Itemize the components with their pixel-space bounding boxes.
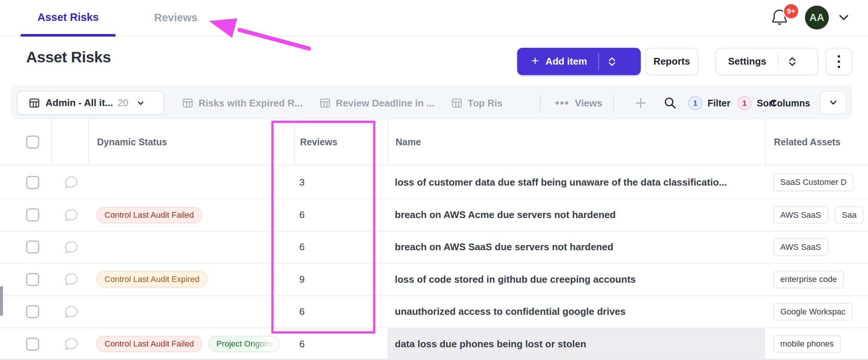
- inactive-views: Risks with Expired R...Review Deadline i…: [182, 86, 540, 120]
- table-view-icon: [182, 98, 193, 108]
- view-tab-label: Review Deadline in ...: [336, 97, 434, 109]
- status-badge: Project Ongoing: [208, 336, 279, 352]
- asset-chip[interactable]: AWS SaaS: [773, 206, 828, 224]
- row-checkbox[interactable]: [26, 305, 39, 318]
- table-row[interactable]: Control Last Audit Failed6breach on AWS …: [0, 198, 868, 230]
- status-badge: Control Last Audit Failed: [96, 207, 202, 223]
- view-tab-3[interactable]: Review Deadline in ...: [320, 97, 434, 109]
- toolbar-expand-button[interactable]: [820, 91, 846, 114]
- view-tab-label: Risks with Expired R...: [199, 97, 303, 109]
- risk-name[interactable]: loss of customer data due staff being un…: [395, 177, 727, 188]
- kebab-icon: [837, 55, 841, 69]
- table-view-icon: [320, 98, 330, 108]
- settings-dropdown-icon[interactable]: [787, 56, 797, 67]
- reviews-count: 6: [299, 306, 305, 317]
- reviews-count: 6: [299, 209, 305, 221]
- settings-label: Settings: [728, 56, 766, 67]
- column-header-reviews[interactable]: Reviews: [300, 137, 337, 148]
- filter-count-badge: 1: [688, 96, 702, 110]
- reviews-count: 6: [299, 338, 305, 350]
- settings-button[interactable]: Settings: [715, 48, 818, 75]
- plus-icon: +: [531, 53, 539, 68]
- chevron-down-icon: [828, 98, 839, 108]
- row-checkbox[interactable]: [26, 273, 39, 286]
- risk-name[interactable]: breach on AWS Acme due servers not harde…: [395, 209, 616, 221]
- reports-label: Reports: [653, 56, 690, 67]
- table-view-icon: [452, 98, 462, 108]
- reports-button[interactable]: Reports: [645, 48, 698, 75]
- table-row[interactable]: 3loss of customer data due staff being u…: [0, 166, 868, 198]
- active-tab-underline: [21, 34, 116, 37]
- asset-chip[interactable]: Google Workspac: [773, 303, 852, 320]
- scrollbar-thumb[interactable]: [0, 286, 3, 316]
- status-badge: Control Last Audit Failed: [96, 336, 202, 352]
- avatar[interactable]: AA: [805, 6, 829, 30]
- asset-chip[interactable]: mobile phones: [773, 335, 841, 353]
- table-row[interactable]: Control Last Audit FailedProject Ongoing…: [0, 328, 868, 360]
- select-all-checkbox[interactable]: [26, 136, 39, 149]
- comment-icon[interactable]: [64, 240, 78, 254]
- active-view-tab[interactable]: Admin - All it... 20: [17, 91, 164, 115]
- account-chevron-down-icon[interactable]: [837, 13, 850, 22]
- view-tab-2[interactable]: Risks with Expired R...: [182, 97, 303, 109]
- views-toolbar: Admin - All it... 20 Risks with Expired …: [11, 86, 852, 119]
- table-row[interactable]: 6breach on AWS SaaS due servers not hard…: [0, 231, 868, 263]
- risk-name[interactable]: breach on AWS SaaS due servers not harde…: [395, 241, 613, 253]
- risk-name[interactable]: loss of code stored in github due creepi…: [395, 274, 636, 285]
- view-tab-4[interactable]: Top Ris: [452, 97, 502, 109]
- tab-asset-risks[interactable]: Asset Risks: [21, 11, 116, 24]
- active-view-count: 20: [118, 97, 128, 109]
- table-body: 3loss of customer data due staff being u…: [0, 166, 868, 360]
- row-checkbox[interactable]: [26, 176, 39, 189]
- reviews-count: 3: [299, 177, 305, 188]
- columns-button[interactable]: Columns: [770, 86, 810, 120]
- ellipsis-icon: •••: [555, 97, 569, 109]
- page-title: Asset Risks: [26, 49, 111, 66]
- asset-chip[interactable]: enterprise code: [773, 271, 844, 288]
- add-item-dropdown-icon[interactable]: [607, 56, 617, 67]
- add-item-button[interactable]: + Add item: [517, 48, 641, 75]
- view-chevron-down-icon[interactable]: [136, 98, 146, 108]
- column-header-name[interactable]: Name: [396, 137, 421, 148]
- top-tab-bar: Asset Risks Reviews 9+ AA: [0, 0, 868, 37]
- button-divider: [598, 53, 599, 70]
- button-divider: [778, 53, 778, 70]
- comment-icon[interactable]: [64, 208, 78, 222]
- table-row[interactable]: 6unauthorized access to confidential goo…: [0, 295, 868, 328]
- sort-count-badge: 1: [737, 96, 752, 110]
- sort-button[interactable]: 1 Sort: [737, 86, 775, 120]
- column-header-dynamic-status[interactable]: Dynamic Status: [97, 137, 167, 148]
- add-view-icon[interactable]: [632, 94, 649, 112]
- views-menu-label: Views: [575, 97, 602, 109]
- toolbar-divider: [540, 94, 541, 112]
- more-options-button[interactable]: [825, 48, 852, 75]
- toolbar-divider: [613, 94, 614, 112]
- filter-label: Filter: [708, 98, 730, 109]
- table-bottom-edge: [0, 359, 868, 360]
- risk-name[interactable]: data loss due phones being lost or stole…: [395, 338, 586, 350]
- column-header-related-assets[interactable]: Related Assets: [774, 137, 840, 148]
- app-window: Asset Risks Reviews 9+ AA Asset Risks + …: [0, 0, 868, 360]
- comment-icon[interactable]: [64, 175, 78, 189]
- view-tab-label: Top Ris: [468, 97, 502, 109]
- badge-fade: [252, 336, 279, 352]
- comment-icon[interactable]: [64, 272, 78, 286]
- tab-reviews[interactable]: Reviews: [154, 12, 197, 24]
- comment-icon[interactable]: [64, 305, 78, 319]
- search-icon[interactable]: [664, 96, 677, 110]
- asset-chip[interactable]: Saa: [835, 206, 864, 224]
- reviews-count: 6: [299, 241, 305, 253]
- row-checkbox[interactable]: [26, 338, 39, 351]
- asset-chip[interactable]: SaaS Customer D: [773, 174, 853, 191]
- filter-button[interactable]: 1 Filter: [688, 86, 730, 120]
- asset-chip[interactable]: AWS SaaS: [773, 238, 828, 256]
- comment-icon[interactable]: [64, 337, 78, 351]
- views-menu[interactable]: ••• Views: [555, 86, 602, 120]
- risk-name[interactable]: unauthorized access to confidential goog…: [395, 306, 625, 317]
- table-row[interactable]: Control Last Audit Expired9loss of code …: [0, 263, 868, 295]
- reviews-count: 9: [299, 274, 305, 285]
- table-view-icon: [29, 98, 40, 108]
- row-checkbox[interactable]: [26, 208, 39, 221]
- table-header: Dynamic Status Reviews Name Related Asse…: [0, 119, 868, 165]
- row-checkbox[interactable]: [26, 240, 39, 254]
